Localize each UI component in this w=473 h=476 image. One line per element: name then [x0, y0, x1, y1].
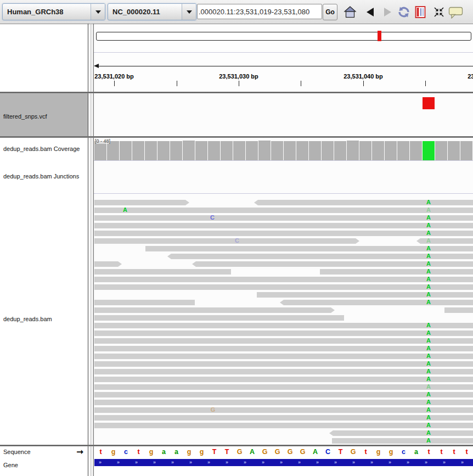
ruler-panel[interactable]: 23,531,020 bp23,531,030 bp23,531,040 bp2…: [94, 24, 473, 92]
mismatch-base[interactable]: A: [424, 299, 433, 306]
mismatch-base[interactable]: A: [424, 260, 433, 267]
read-segment[interactable]: [94, 300, 195, 305]
mismatch-base[interactable]: C: [233, 237, 241, 244]
read-segment[interactable]: [94, 261, 122, 267]
mismatch-base[interactable]: A: [424, 237, 433, 244]
read-segment[interactable]: [94, 400, 473, 405]
gene-bar[interactable]: »»»»»»»»»»»»»»»»»»»»»: [94, 459, 473, 466]
go-button[interactable]: Go: [323, 4, 337, 20]
read-segment[interactable]: [94, 277, 473, 282]
coverage-bar: [145, 141, 157, 160]
read-segment[interactable]: [94, 369, 473, 374]
region-navigator-icon[interactable]: [413, 4, 428, 20]
read-segment[interactable]: [280, 300, 473, 305]
fit-to-window-icon[interactable]: [431, 4, 447, 20]
mismatch-base[interactable]: A: [424, 329, 433, 337]
coverage-bar: [322, 141, 334, 160]
read-segment[interactable]: [94, 361, 473, 367]
read-segment[interactable]: [444, 307, 473, 313]
read-segment[interactable]: [94, 208, 473, 213]
track-label-junctions[interactable]: dedup_reads.bam Junctions: [3, 173, 79, 180]
mismatch-base[interactable]: A: [424, 399, 433, 406]
mismatch-base[interactable]: A: [424, 283, 433, 290]
mismatch-base[interactable]: A: [424, 245, 433, 252]
panel-separator[interactable]: [0, 92, 473, 93]
mismatch-base[interactable]: A: [424, 422, 433, 429]
mismatch-base[interactable]: A: [424, 229, 433, 237]
read-segment[interactable]: [94, 415, 473, 421]
track-label-coverage[interactable]: dedup_reads.bam Coverage: [3, 145, 80, 152]
mismatch-base[interactable]: A: [424, 352, 433, 360]
read-segment[interactable]: [94, 315, 344, 321]
sequence-strand-arrow-icon[interactable]: ➞: [76, 448, 83, 456]
mismatch-base[interactable]: A: [424, 368, 433, 375]
track-label-vcf[interactable]: filtered_snps.vcf: [3, 113, 47, 120]
mismatch-base[interactable]: A: [424, 360, 433, 367]
read-segment[interactable]: [94, 423, 473, 428]
mismatch-base[interactable]: A: [424, 376, 433, 383]
mismatch-base[interactable]: A: [424, 383, 433, 390]
chromosome-select[interactable]: NC_000020.11: [108, 3, 196, 20]
tooltip-icon[interactable]: [448, 4, 463, 20]
read-segment[interactable]: [94, 323, 473, 328]
read-segment[interactable]: [257, 292, 473, 298]
mismatch-base[interactable]: A: [424, 268, 433, 275]
mismatch-base[interactable]: A: [424, 206, 433, 214]
read-segment[interactable]: [94, 354, 473, 359]
mismatch-base[interactable]: A: [424, 214, 433, 221]
genome-select[interactable]: Human_GRCh38: [2, 3, 105, 20]
panel-separator[interactable]: [0, 445, 473, 446]
track-label-sequence[interactable]: Sequence: [3, 449, 31, 455]
mismatch-base[interactable]: A: [121, 206, 129, 214]
read-segment[interactable]: [94, 377, 473, 382]
read-segment[interactable]: [94, 238, 359, 244]
mismatch-base[interactable]: A: [424, 414, 433, 421]
read-segment[interactable]: [94, 392, 473, 397]
refresh-icon[interactable]: [396, 4, 412, 20]
mismatch-base[interactable]: A: [424, 345, 433, 352]
mismatch-base[interactable]: A: [424, 391, 433, 398]
mismatch-base[interactable]: A: [424, 406, 433, 413]
read-segment[interactable]: [94, 215, 473, 221]
track-label-gene[interactable]: Gene: [3, 462, 18, 468]
read-segment[interactable]: [94, 346, 473, 351]
read-segment[interactable]: [94, 231, 473, 236]
mismatch-base[interactable]: A: [424, 276, 433, 283]
variant-marker[interactable]: [423, 97, 435, 109]
read-segment[interactable]: [332, 438, 473, 444]
chevron-down-icon[interactable]: [91, 4, 105, 20]
read-segment[interactable]: [94, 407, 473, 413]
read-segment[interactable]: [94, 338, 473, 344]
read-segment[interactable]: [320, 269, 473, 275]
read-segment[interactable]: [94, 331, 473, 336]
back-icon[interactable]: [362, 4, 378, 20]
track-label-alignment[interactable]: dedup_reads.bam: [3, 316, 52, 322]
read-segment[interactable]: [94, 223, 473, 228]
mismatch-base[interactable]: A: [424, 199, 433, 206]
mismatch-base[interactable]: A: [424, 429, 433, 436]
read-segment[interactable]: [94, 200, 189, 205]
mismatch-base[interactable]: A: [424, 322, 433, 329]
mismatch-base[interactable]: A: [424, 337, 433, 344]
read-segment[interactable]: [94, 384, 473, 390]
locus-input[interactable]: [197, 4, 322, 19]
mismatch-base[interactable]: C: [208, 214, 217, 221]
read-segment[interactable]: [94, 307, 335, 313]
panel-separator[interactable]: [0, 136, 473, 138]
read-segment[interactable]: [94, 269, 231, 275]
vcf-track-panel[interactable]: [94, 93, 473, 136]
chevron-down-icon[interactable]: [182, 4, 196, 20]
sequence-track-panel[interactable]: tgctgaaggTTGAGGGGACTGtggcatttt »»»»»»»»»…: [94, 446, 473, 476]
alignment-track-panel[interactable]: [0 - 48] AAACAAACAAAAAAAAAAAAAAAAAAAAGAA…: [94, 138, 473, 445]
mismatch-base[interactable]: A: [424, 222, 433, 229]
mismatch-base[interactable]: A: [424, 291, 433, 298]
read-segment[interactable]: [254, 200, 473, 205]
read-segment[interactable]: [94, 284, 473, 290]
forward-icon[interactable]: [380, 4, 395, 20]
chromosome-ideogram[interactable]: [96, 32, 471, 41]
mismatch-base[interactable]: A: [424, 437, 433, 444]
home-icon[interactable]: [342, 4, 358, 20]
mismatch-base[interactable]: A: [424, 253, 433, 260]
read-segment[interactable]: [329, 430, 473, 436]
mismatch-base[interactable]: G: [209, 406, 217, 413]
